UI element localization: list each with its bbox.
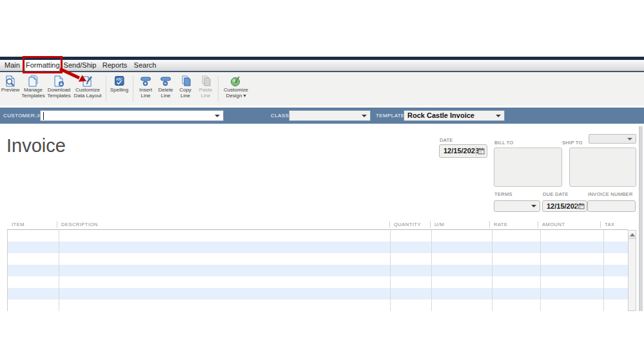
customize-design-button[interactable]: Customize Design ▾	[220, 73, 252, 104]
terms-combo[interactable]	[494, 200, 540, 212]
delete-line-button[interactable]: Delete Line	[156, 73, 175, 104]
svg-text:ABC: ABC	[116, 77, 123, 81]
column-gridline	[492, 230, 493, 311]
formatting-toolbar: Preview Manage Templates Download Templa…	[0, 72, 644, 106]
column-header-amount: AMOUNT	[542, 222, 565, 227]
bill-to-box[interactable]	[494, 148, 562, 187]
column-gridline	[59, 230, 59, 311]
invoice-number-field[interactable]	[587, 200, 636, 212]
due-date-field[interactable]: 12/15/2023	[542, 200, 587, 212]
table-row[interactable]	[8, 265, 628, 276]
column-header-rate: RATE	[494, 222, 507, 227]
invoice-window: Main Formatting Send/Ship Reports Search…	[0, 0, 644, 362]
column-resize-handle[interactable]	[489, 222, 491, 227]
column-resize-handle[interactable]	[389, 222, 391, 227]
invoice-number-label: INVOICE NUMBER	[588, 191, 633, 197]
table-row[interactable]	[8, 230, 628, 242]
customize-design-icon	[229, 73, 242, 88]
table-scrollbar[interactable]	[628, 230, 636, 311]
toolbar-separator	[133, 76, 133, 102]
delete-line-icon	[159, 73, 172, 88]
bill-to-label: BILL TO	[494, 140, 513, 146]
table-row[interactable]	[8, 242, 628, 253]
terms-label: TERMS	[494, 191, 512, 197]
template-combo[interactable]: Rock Castle Invoice	[404, 110, 505, 121]
due-date-label: DUE DATE	[543, 191, 569, 197]
class-combo[interactable]	[289, 110, 371, 121]
ship-to-label: SHIP TO	[562, 140, 583, 146]
scroll-up-button[interactable]	[629, 231, 636, 239]
triangle-up-icon	[630, 231, 635, 236]
copy-line-button[interactable]: Copy Line	[177, 73, 194, 104]
class-label: CLASS	[271, 113, 289, 119]
ship-to-combo[interactable]	[589, 134, 636, 144]
insert-line-icon	[139, 73, 152, 88]
copy-line-icon	[179, 73, 192, 88]
preview-icon	[4, 73, 17, 88]
window-scrollbar[interactable]	[639, 126, 643, 311]
customer-job-combo[interactable]	[40, 110, 224, 121]
column-resize-handle[interactable]	[430, 222, 431, 227]
ribbon-tabbar: Main Formatting Send/Ship Reports Search	[0, 60, 644, 72]
text-caret	[43, 112, 44, 120]
column-header-um: U/M	[434, 222, 444, 227]
column-resize-handle[interactable]	[57, 222, 58, 227]
column-gridline	[431, 230, 432, 311]
tab-search[interactable]: Search	[132, 60, 158, 71]
ship-to-box[interactable]	[569, 148, 636, 187]
paste-line-icon	[199, 73, 212, 88]
column-header-description: DESCRIPTION	[61, 222, 98, 227]
column-header-item: ITEM	[12, 222, 24, 227]
table-row[interactable]	[8, 288, 628, 300]
column-resize-handle[interactable]	[538, 222, 539, 227]
tab-main[interactable]: Main	[3, 60, 22, 71]
annotation-highlight-box	[23, 56, 63, 73]
column-header-quantity: QUANTITY	[394, 222, 421, 227]
column-gridline	[540, 230, 541, 311]
line-items-body	[7, 230, 628, 311]
column-gridline	[390, 230, 391, 311]
toolbar-separator	[218, 76, 219, 102]
template-label: TEMPLATE	[376, 113, 405, 119]
date-field[interactable]: 12/15/2023	[439, 144, 487, 158]
manage-templates-button[interactable]: Manage Templates	[21, 73, 46, 104]
table-row[interactable]	[8, 300, 628, 311]
calendar-icon[interactable]	[576, 202, 585, 210]
annotation-arrow	[58, 68, 90, 84]
table-row[interactable]	[8, 253, 628, 265]
page-title: Invoice	[6, 135, 66, 157]
date-label: DATE	[440, 137, 453, 143]
calendar-icon[interactable]	[476, 146, 485, 156]
filter-bar: CUSTOMER:JOB CLASS TEMPLATE Rock Castle …	[0, 108, 644, 124]
toolbar-separator	[106, 76, 106, 102]
spelling-button[interactable]: ABC Spelling	[108, 73, 130, 104]
preview-button[interactable]: Preview	[1, 73, 20, 104]
column-gridline	[603, 230, 604, 311]
manage-templates-icon	[27, 73, 40, 88]
column-header-tax: TAX	[605, 222, 615, 227]
insert-line-button[interactable]: Insert Line	[136, 73, 155, 104]
table-row[interactable]	[8, 276, 628, 288]
column-resize-handle[interactable]	[600, 222, 601, 227]
paste-line-button[interactable]: Paste Line	[195, 73, 216, 104]
spelling-icon: ABC	[113, 73, 126, 88]
tab-reports[interactable]: Reports	[101, 60, 128, 71]
